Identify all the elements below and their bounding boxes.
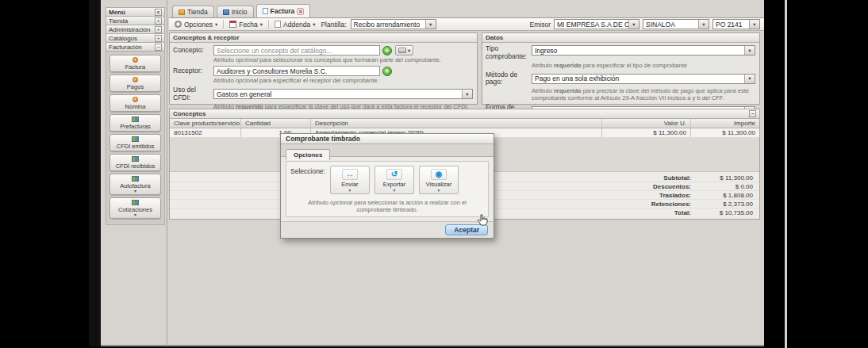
opciones-menu-button[interactable]: Opciones ▾ [173,21,219,29]
window-left-edge [89,0,101,346]
dialog-title: Comprobante timbrado [286,135,360,143]
sucursal-select[interactable]: SINALOA ▾ [643,19,709,29]
traslados-value: $ 1,808.00 [691,192,759,199]
retenciones-value: $ 2,373.00 [691,201,759,208]
sidebar-item-facturacion[interactable]: Facturación − [106,42,165,52]
visualizar-button[interactable]: ◉ Visualizar ▾ [419,166,459,194]
serie-select[interactable]: PO 2141 ▾ [712,19,760,29]
plantilla-select[interactable]: Recibo arrendamiento ▾ [351,19,436,29]
uso-cfdi-select[interactable]: Gastos en general ▾ [213,89,473,99]
column-valor-unitario[interactable]: Valor U. [602,119,691,128]
tab-inicio[interactable]: Inicio [217,6,254,17]
retenciones-label: Retenciones: [651,201,691,208]
sidebar: Menú « Tienda + Administración + Catálog… [106,8,165,225]
sidebar-button-cotizaciones[interactable]: Cotizaciones ▾ [109,197,161,219]
chevron-down-icon: ▾ [698,20,709,29]
sidebar-item-label: Facturación [109,44,142,51]
options-groupbox: Seleccione: ↔ Enviar ▾ ↺ [286,161,489,217]
chevron-down-icon[interactable]: ▾ [349,189,351,192]
sidebar-item-administracion[interactable]: Administración + [106,25,165,34]
printer-icon [398,48,406,53]
conceptos-receptor-panel: Conceptos & receptor Concepto: + ▾ Atrib… [169,33,478,105]
expand-icon[interactable]: + [155,26,162,33]
print-split-button[interactable]: ▾ [395,45,413,55]
chevron-down-icon[interactable]: ▾ [394,189,396,192]
emisor-select[interactable]: MI EMPRESA S.A DE C.V ▾ [554,19,639,29]
selected-value: PO 2141 [716,21,749,29]
column-clave[interactable]: Clave producto/servicio [170,119,241,128]
expand-icon[interactable]: + [155,35,162,42]
chevron-down-icon: ▾ [462,90,472,98]
sidebar-button-cfdi-recibidos[interactable]: CFDI recibidos [109,154,161,171]
button-label: Pagos [127,83,144,90]
right-separator-line [785,0,787,348]
sidebar-button-pagos[interactable]: Pagos [109,75,161,92]
selected-value: MI EMPRESA S.A DE C.V [557,21,628,29]
expand-icon[interactable]: + [155,17,162,25]
subtotal-value: $ 11,300.00 [691,174,759,182]
add-concepto-button[interactable]: + [382,46,392,55]
sidebar-item-catalogos[interactable]: Catálogos + [106,33,165,43]
comprobante-timbrado-dialog: Comprobante timbrado Opciones Seleccione… [280,133,494,239]
tipo-comprobante-hint: Atributo requerido para especificar el t… [532,62,756,69]
collapse-icon[interactable]: − [155,44,162,51]
exportar-button[interactable]: ↺ Exportar ▾ [374,166,414,194]
close-tab-icon[interactable]: × [297,8,304,15]
sidebar-button-prefacturas[interactable]: Prefacturas [109,114,161,132]
column-importe[interactable]: Importe [691,119,759,128]
tab-factura[interactable]: Factura × [256,4,311,17]
button-label: Addenda [283,21,310,29]
concepto-input[interactable] [213,45,380,55]
dialog-footer: Aceptar [281,221,494,238]
chevron-down-icon: ▾ [134,189,136,193]
column-descripcion[interactable]: Descripción [311,119,602,128]
chevron-down-icon: ▾ [425,20,436,29]
button-label: Visualizar [426,181,451,188]
descuentos-value: $ 0.00 [691,183,759,190]
sidebar-button-cfdi-emitidos[interactable]: CFDI emitidos [109,134,161,151]
dialog-tab-strip: Opciones [281,144,494,157]
button-label: CFDI emitidos [117,143,155,150]
receptor-input[interactable] [213,66,380,76]
payments-icon [133,77,138,82]
sidebar-button-nomina[interactable]: Nómina [109,94,161,112]
column-cantidad[interactable]: Cantidad [241,119,311,128]
receptor-label: Receptor: [173,67,213,75]
button-label: Prefacturas [120,123,150,130]
sidebar-button-autofactura[interactable]: Autofactura ▾ [109,174,161,195]
chevron-down-icon: ▾ [313,22,315,27]
uso-cfdi-label: Uso del CFDI: [173,86,213,102]
panel-header: Datos [482,33,759,43]
cell-clave: 80131502 [170,128,241,137]
store-icon [179,10,185,15]
chevron-down-icon: ▾ [260,22,263,27]
metodo-pago-hint: Atributo requerido para precisar la clav… [532,87,756,101]
sidebar-item-label: Administración [109,26,150,33]
send-icon: ↔ [342,169,358,180]
tipo-comprobante-select[interactable]: Ingreso ▾ [532,45,755,55]
enviar-button[interactable]: ↔ Enviar ▾ [330,166,370,194]
screen: Menú « Tienda + Administración + Catálog… [0,0,868,348]
sidebar-button-factura[interactable]: Factura [109,55,161,72]
button-label: Enviar [341,181,358,188]
chevron-down-icon[interactable]: ▾ [438,189,440,192]
datos-panel: Datos Tipo comprobante: Ingreso ▾ Atribu… [482,33,760,105]
calendar-icon [229,21,236,28]
chevron-down-icon: ▾ [215,22,217,27]
tab-tienda[interactable]: Tienda [172,6,214,17]
metodo-pago-select[interactable]: Pago en una sola exhibición ▾ [532,74,755,84]
payroll-icon [133,97,138,102]
concepto-label: Concepto: [173,47,213,55]
table-header: Clave producto/servicio Cantidad Descrip… [170,119,759,128]
fecha-menu-button[interactable]: Fecha ▾ [228,21,264,29]
collapse-panel-icon[interactable]: − [749,110,756,117]
tab-opciones[interactable]: Opciones [286,149,330,160]
cfdi-emitidos-icon [132,136,139,142]
panel-title: Datos [486,34,503,41]
addenda-menu-button[interactable]: Addenda ▾ [273,21,317,29]
selected-value: Ingreso [535,47,744,55]
collapse-sidebar-icon[interactable]: « [155,9,162,16]
add-receptor-button[interactable]: + [382,67,392,76]
dialog-title-bar[interactable]: Comprobante timbrado [281,134,494,144]
toolbar-separator [223,20,224,29]
